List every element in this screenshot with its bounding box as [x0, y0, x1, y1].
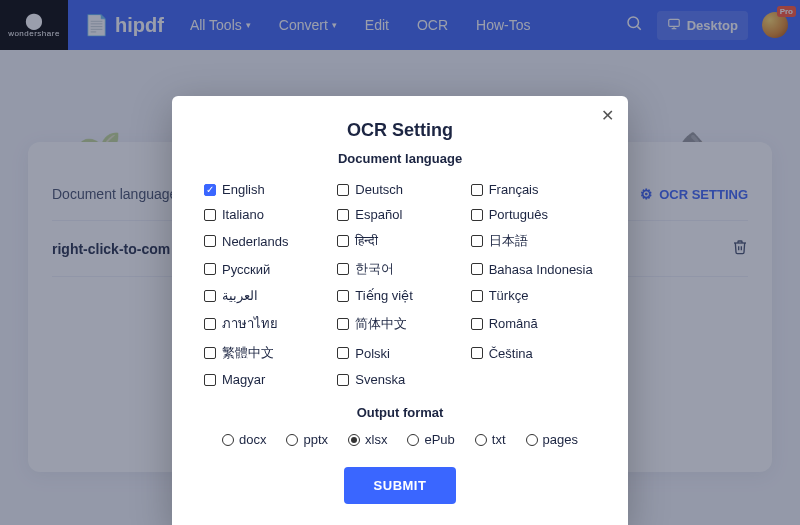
radio-icon — [222, 434, 234, 446]
checkbox-icon — [337, 374, 349, 386]
format-options: docxpptxxlsxePubtxtpages — [204, 432, 596, 447]
checkbox-icon — [204, 318, 216, 330]
language-label: Magyar — [222, 372, 265, 387]
language-label: Italiano — [222, 207, 264, 222]
format-option[interactable]: txt — [475, 432, 506, 447]
language-label: Čeština — [489, 346, 533, 361]
language-label: हिन्दी — [355, 233, 378, 249]
language-label: 简体中文 — [355, 315, 407, 333]
format-option[interactable]: ePub — [407, 432, 454, 447]
format-option[interactable]: pages — [526, 432, 578, 447]
checkbox-icon — [471, 347, 483, 359]
checkbox-icon — [471, 263, 483, 275]
language-label: Русский — [222, 262, 270, 277]
language-label: Svenska — [355, 372, 405, 387]
language-option[interactable]: 简体中文 — [337, 313, 462, 334]
format-label: txt — [492, 432, 506, 447]
language-option[interactable]: Română — [471, 313, 596, 334]
checkbox-icon — [204, 209, 216, 221]
language-label: Türkçe — [489, 288, 529, 303]
doc-language-heading: Document language — [204, 151, 596, 166]
language-option[interactable]: Português — [471, 207, 596, 222]
checkbox-icon — [337, 184, 349, 196]
checkbox-icon — [471, 209, 483, 221]
language-option[interactable]: 繁體中文 — [204, 344, 329, 362]
language-label: 繁體中文 — [222, 344, 274, 362]
ocr-setting-modal: ✕ OCR Setting Document language EnglishD… — [172, 96, 628, 525]
format-label: pptx — [303, 432, 328, 447]
radio-icon — [407, 434, 419, 446]
language-label: Română — [489, 316, 538, 331]
close-icon[interactable]: ✕ — [601, 106, 614, 125]
checkbox-icon — [204, 235, 216, 247]
language-option[interactable]: Tiếng việt — [337, 288, 462, 303]
checkbox-icon — [204, 374, 216, 386]
language-option[interactable]: Русский — [204, 260, 329, 278]
output-format-heading: Output format — [204, 405, 596, 420]
checkbox-icon — [471, 318, 483, 330]
language-option[interactable]: Español — [337, 207, 462, 222]
language-label: English — [222, 182, 265, 197]
format-option[interactable]: docx — [222, 432, 266, 447]
modal-title: OCR Setting — [204, 120, 596, 141]
format-label: ePub — [424, 432, 454, 447]
checkbox-icon — [204, 263, 216, 275]
language-label: Français — [489, 182, 539, 197]
format-label: xlsx — [365, 432, 387, 447]
language-option[interactable]: 日本語 — [471, 232, 596, 250]
language-label: ภาษาไทย — [222, 313, 278, 334]
format-label: pages — [543, 432, 578, 447]
checkbox-icon — [204, 184, 216, 196]
language-option[interactable]: हिन्दी — [337, 232, 462, 250]
language-option[interactable]: Türkçe — [471, 288, 596, 303]
checkbox-icon — [204, 347, 216, 359]
language-label: Polski — [355, 346, 390, 361]
language-grid: EnglishDeutschFrançaisItalianoEspañolPor… — [204, 182, 596, 387]
language-option[interactable]: Magyar — [204, 372, 329, 387]
language-label: Tiếng việt — [355, 288, 412, 303]
language-option[interactable]: Nederlands — [204, 232, 329, 250]
checkbox-icon — [204, 290, 216, 302]
language-option[interactable]: Čeština — [471, 344, 596, 362]
checkbox-icon — [337, 235, 349, 247]
language-option[interactable]: Deutsch — [337, 182, 462, 197]
language-label: Bahasa Indonesia — [489, 262, 593, 277]
checkbox-icon — [471, 290, 483, 302]
language-option[interactable]: Svenska — [337, 372, 462, 387]
language-option[interactable]: English — [204, 182, 329, 197]
format-option[interactable]: pptx — [286, 432, 328, 447]
checkbox-icon — [337, 209, 349, 221]
radio-icon — [348, 434, 360, 446]
checkbox-icon — [471, 184, 483, 196]
checkbox-icon — [337, 347, 349, 359]
checkbox-icon — [471, 235, 483, 247]
checkbox-icon — [337, 263, 349, 275]
language-option[interactable]: Polski — [337, 344, 462, 362]
language-label: Nederlands — [222, 234, 289, 249]
radio-icon — [526, 434, 538, 446]
language-label: Deutsch — [355, 182, 403, 197]
language-label: Español — [355, 207, 402, 222]
radio-icon — [286, 434, 298, 446]
language-label: العربية — [222, 288, 258, 303]
language-option[interactable]: Italiano — [204, 207, 329, 222]
language-label: Português — [489, 207, 548, 222]
submit-button[interactable]: SUBMIT — [344, 467, 457, 504]
checkbox-icon — [337, 290, 349, 302]
language-option[interactable]: 한국어 — [337, 260, 462, 278]
language-label: 한국어 — [355, 260, 394, 278]
format-option[interactable]: xlsx — [348, 432, 387, 447]
language-option[interactable]: العربية — [204, 288, 329, 303]
language-option[interactable]: Bahasa Indonesia — [471, 260, 596, 278]
format-label: docx — [239, 432, 266, 447]
language-option[interactable]: Français — [471, 182, 596, 197]
language-label: 日本語 — [489, 232, 528, 250]
radio-icon — [475, 434, 487, 446]
language-option[interactable]: ภาษาไทย — [204, 313, 329, 334]
checkbox-icon — [337, 318, 349, 330]
